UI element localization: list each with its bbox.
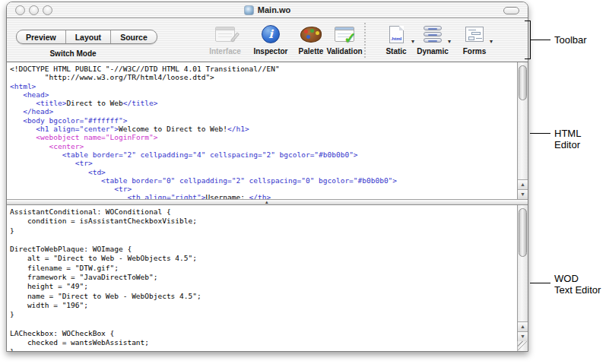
html-editor-pane[interactable]: <!DOCTYPE HTML PUBLIC "-//W3C//DTD HTML … <box>7 62 528 199</box>
toolbar-bracket-bottom <box>525 59 531 59</box>
code-line: <table border="0" cellpadding="2" cellsp… <box>10 176 516 185</box>
scroll-up-arrow-icon[interactable]: ▲ <box>518 321 528 331</box>
toolbar-toggle-button[interactable] <box>503 7 519 14</box>
scroll-thumb[interactable] <box>519 65 527 100</box>
code-line: framework = "JavaDirectToWeb"; <box>10 273 516 282</box>
scroll-thumb[interactable] <box>519 208 527 257</box>
close-button-icon[interactable] <box>15 5 25 15</box>
validation-icon: ✓ <box>335 27 354 42</box>
code-line <box>10 320 516 329</box>
code-line: <webobject name="LoginForm"> <box>10 133 516 141</box>
code-line: </head> <box>10 107 516 116</box>
wod-editor-callout-line <box>530 283 550 283</box>
code-line: <th align="right">Username: </th> <box>10 193 516 199</box>
code-line: } <box>10 347 516 351</box>
code-line: <table border="2" cellpadding="4" cellsp… <box>10 150 516 159</box>
switch-mode-caption: Switch Mode <box>16 49 130 58</box>
toolbar-item-forms[interactable]: ▾ Forms <box>450 23 499 55</box>
code-line <box>10 236 516 245</box>
title-bar[interactable]: Main.wo <box>7 2 528 18</box>
scroll-up-arrow-icon[interactable]: ▲ <box>518 179 528 189</box>
wod-editor-label: WOD Text Editor <box>554 273 601 296</box>
code-line: height = "49"; <box>10 282 516 291</box>
window-controls <box>15 5 52 15</box>
window-title: Main.wo <box>258 5 290 14</box>
toolbar-item-validation[interactable]: ✓ Validation <box>320 23 369 55</box>
html-editor-label: HTML Editor <box>554 128 606 150</box>
interface-icon <box>215 27 235 42</box>
code-line: <tr> <box>10 185 516 193</box>
wod-code[interactable]: AssistantConditional: WOConditional { co… <box>10 207 516 351</box>
code-line: <head> <box>10 90 516 99</box>
code-line: } <box>10 226 516 236</box>
code-line: alt = "Direct to Web - WebObjects 4.5"; <box>10 254 516 263</box>
toolbar-separator <box>364 23 366 58</box>
palette-icon <box>300 27 322 43</box>
code-line: } <box>10 310 516 319</box>
code-line: name = "Direct to Web - WebObjects 4.5"; <box>10 292 516 301</box>
source-mode-button[interactable]: Source <box>111 30 157 43</box>
toolbar-callout-line <box>531 40 550 40</box>
zoom-button-icon[interactable] <box>43 5 52 15</box>
toolbar-label: Toolbar <box>554 34 587 46</box>
code-line: AssistantConditional: WOConditional { <box>10 207 516 217</box>
document-icon <box>244 5 254 15</box>
dynamic-elements-icon <box>424 26 442 43</box>
layout-mode-button[interactable]: Layout <box>66 30 111 43</box>
html-editor-scrollbar[interactable]: ▲ ▼ <box>517 62 528 199</box>
code-line: width = "196"; <box>10 301 516 310</box>
code-line: "http://www.w3.org/TR/html4/loose.dtd"> <box>10 73 516 81</box>
html-editor-callout-line <box>530 133 550 134</box>
wod-editor-pane[interactable]: AssistantConditional: WOConditional { co… <box>7 205 528 351</box>
code-line: <html> <box>10 82 516 90</box>
code-line: <h1 align="center">Welcome to Direct to … <box>10 125 516 133</box>
static-html-icon: .html <box>389 26 404 43</box>
scroll-down-arrow-icon[interactable]: ▼ <box>518 331 528 341</box>
code-line: condition = isAssistantCheckboxVisible; <box>10 217 516 226</box>
code-line: <tr> <box>10 159 516 167</box>
toolbar: Preview Layout Source Switch Mode Interf… <box>7 18 528 62</box>
html-code[interactable]: <!DOCTYPE HTML PUBLIC "-//W3C//DTD HTML … <box>10 65 516 199</box>
code-line: <title>Direct to Web</title> <box>10 99 516 107</box>
pane-splitter[interactable]: ▴ <box>7 199 528 205</box>
forms-icon <box>465 27 484 42</box>
code-line: LACheckbox: WOCheckBox { <box>10 329 516 338</box>
code-line: <center> <box>10 142 516 150</box>
toolbar-item-interface[interactable]: Interface <box>201 23 249 55</box>
window-title-group: Main.wo <box>244 5 290 15</box>
inspector-icon: i <box>262 25 280 43</box>
screen: Main.wo Preview Layout Source Switch Mod… <box>0 0 606 364</box>
checkmark-icon: ✓ <box>344 30 357 46</box>
splitter-collapse-icon[interactable]: ▴ <box>265 199 268 205</box>
code-line: checked = wantsWebAssistant; <box>10 338 516 347</box>
minimize-button-icon[interactable] <box>29 5 39 15</box>
scroll-down-arrow-icon[interactable]: ▼ <box>518 189 528 199</box>
window-resize-grip[interactable] <box>517 341 528 351</box>
dropdown-arrow-icon: ▾ <box>490 39 493 45</box>
code-line: <body bgcolor="#ffffff"> <box>10 116 516 125</box>
code-line: DirectToWebPlaque: WOImage { <box>10 245 516 254</box>
webobjects-builder-window: Main.wo Preview Layout Source Switch Mod… <box>6 2 528 352</box>
code-line: <td> <box>10 168 516 176</box>
mode-segmented-control: Preview Layout Source <box>16 30 157 44</box>
code-line: <!DOCTYPE HTML PUBLIC "-//W3C//DTD HTML … <box>10 65 516 73</box>
code-line: filename = "DTW.gif"; <box>10 264 516 273</box>
preview-mode-button[interactable]: Preview <box>17 30 66 43</box>
wod-editor-scrollbar[interactable]: ▲ ▼ <box>517 205 528 351</box>
